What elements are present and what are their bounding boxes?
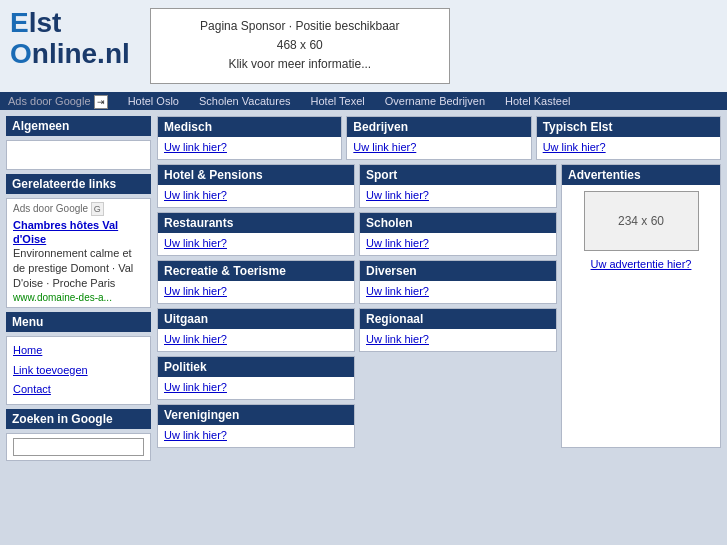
sponsor-line3: Klik voor meer informatie... bbox=[171, 55, 429, 74]
cat-restaurants: Restaurants Uw link hier? bbox=[157, 212, 355, 256]
sponsor-line2: 468 x 60 bbox=[171, 36, 429, 55]
cat-politiek: Politiek Uw link hier? bbox=[157, 356, 355, 400]
logo: Elst Online.nl bbox=[10, 8, 130, 70]
logo-nline: nline.nl bbox=[32, 38, 130, 69]
cat-medisch-title: Medisch bbox=[158, 117, 341, 137]
cat-uitgaan-title: Uitgaan bbox=[158, 309, 354, 329]
sidebar: Algemeen Gerelateerde links Ads door Goo… bbox=[6, 116, 151, 462]
cat-sport-title: Sport bbox=[360, 165, 556, 185]
cat-recreatie-title: Recreatie & Toerisme bbox=[158, 261, 354, 281]
row6: Politiek Uw link hier? bbox=[157, 356, 557, 400]
google-icon: G bbox=[91, 202, 104, 216]
cat-regionaal-title: Regionaal bbox=[360, 309, 556, 329]
cat-scholen: Scholen Uw link hier? bbox=[359, 212, 557, 256]
cat-hotel: Hotel & Pensions Uw link hier? bbox=[157, 164, 355, 208]
search-input[interactable] bbox=[13, 438, 144, 456]
ad-link-desc: Environnement calme et de prestige Domon… bbox=[13, 246, 144, 292]
cat-diversen: Diversen Uw link hier? bbox=[359, 260, 557, 304]
menu-link-toevoegen[interactable]: Link toevoegen bbox=[13, 361, 144, 381]
row4: Recreatie & Toerisme Uw link hier? Diver… bbox=[157, 260, 557, 304]
ad-link[interactable]: Uw advertentie hier? bbox=[591, 258, 692, 270]
cat-diversen-title: Diversen bbox=[360, 261, 556, 281]
search-title: Zoeken in Google bbox=[6, 409, 151, 429]
adbar-link-texel[interactable]: Hotel Texel bbox=[311, 95, 365, 107]
menu-contact[interactable]: Contact bbox=[13, 380, 144, 400]
content: Medisch Uw link hier? Bedrijven Uw link … bbox=[157, 116, 721, 462]
row7: Verenigingen Uw link hier? bbox=[157, 404, 557, 448]
cat-uitgaan-link[interactable]: Uw link hier? bbox=[164, 333, 227, 345]
ad-link-url: www.domaine-des-a... bbox=[13, 292, 144, 303]
header: Elst Online.nl Pagina Sponsor · Positie … bbox=[0, 0, 727, 92]
row5: Uitgaan Uw link hier? Regionaal Uw link … bbox=[157, 308, 557, 352]
cat-restaurants-link[interactable]: Uw link hier? bbox=[164, 237, 227, 249]
cat-typisch: Typisch Elst Uw link hier? bbox=[536, 116, 721, 160]
left-content: Hotel & Pensions Uw link hier? Sport Uw … bbox=[157, 164, 557, 448]
row2: Hotel & Pensions Uw link hier? Sport Uw … bbox=[157, 164, 557, 208]
ad-banner-text: 234 x 60 bbox=[618, 214, 664, 228]
adbar-link-kasteel[interactable]: Hotel Kasteel bbox=[505, 95, 570, 107]
cat-politiek-title: Politiek bbox=[158, 357, 354, 377]
adbar-link-overname[interactable]: Overname Bedrijven bbox=[385, 95, 485, 107]
row1: Medisch Uw link hier? Bedrijven Uw link … bbox=[157, 116, 721, 160]
cat-verenigingen: Verenigingen Uw link hier? bbox=[157, 404, 355, 448]
cat-medisch: Medisch Uw link hier? bbox=[157, 116, 342, 160]
related-links-box: Ads door Google G Chambres hôtes Val d'O… bbox=[6, 198, 151, 308]
cat-bedrijven-link[interactable]: Uw link hier? bbox=[353, 141, 416, 153]
cat-sport: Sport Uw link hier? bbox=[359, 164, 557, 208]
row3: Restaurants Uw link hier? Scholen Uw lin… bbox=[157, 212, 557, 256]
cat-verenigingen-link[interactable]: Uw link hier? bbox=[164, 429, 227, 441]
algemeen-box bbox=[6, 140, 151, 170]
sponsor-line1: Pagina Sponsor · Positie beschikbaar bbox=[171, 17, 429, 36]
advertenties-panel: Advertenties 234 x 60 Uw advertentie hie… bbox=[561, 164, 721, 448]
cat-typisch-link[interactable]: Uw link hier? bbox=[543, 141, 606, 153]
cat-uitgaan: Uitgaan Uw link hier? bbox=[157, 308, 355, 352]
logo-o: O bbox=[10, 38, 32, 69]
cat-bedrijven-title: Bedrijven bbox=[347, 117, 530, 137]
adbar-link-oslo[interactable]: Hotel Oslo bbox=[128, 95, 179, 107]
advertenties-title: Advertenties bbox=[562, 165, 720, 185]
cat-regionaal: Regionaal Uw link hier? bbox=[359, 308, 557, 352]
cat-sport-link[interactable]: Uw link hier? bbox=[366, 189, 429, 201]
ad-banner[interactable]: 234 x 60 bbox=[584, 191, 699, 251]
adbar: Ads door Google ⇥ Hotel Oslo Scholen Vac… bbox=[0, 92, 727, 110]
cat-diversen-link[interactable]: Uw link hier? bbox=[366, 285, 429, 297]
ad-link-title[interactable]: Chambres hôtes Val d'Oise bbox=[13, 219, 118, 245]
cat-scholen-link[interactable]: Uw link hier? bbox=[366, 237, 429, 249]
cat-bedrijven: Bedrijven Uw link hier? bbox=[346, 116, 531, 160]
cat-restaurants-title: Restaurants bbox=[158, 213, 354, 233]
menu-title: Menu bbox=[6, 312, 151, 332]
logo-lst: lst bbox=[29, 7, 62, 38]
ads-google-sidebar: Ads door Google G bbox=[13, 203, 144, 214]
logo-e: E bbox=[10, 7, 29, 38]
cat-hotel-link[interactable]: Uw link hier? bbox=[164, 189, 227, 201]
sponsor-box[interactable]: Pagina Sponsor · Positie beschikbaar 468… bbox=[150, 8, 450, 84]
row2-wrapper: Hotel & Pensions Uw link hier? Sport Uw … bbox=[157, 164, 721, 448]
cat-recreatie: Recreatie & Toerisme Uw link hier? bbox=[157, 260, 355, 304]
related-title: Gerelateerde links bbox=[6, 174, 151, 194]
cat-recreatie-link[interactable]: Uw link hier? bbox=[164, 285, 227, 297]
cat-typisch-title: Typisch Elst bbox=[537, 117, 720, 137]
menu-home[interactable]: Home bbox=[13, 341, 144, 361]
cat-verenigingen-title: Verenigingen bbox=[158, 405, 354, 425]
adbar-link-scholen[interactable]: Scholen Vacatures bbox=[199, 95, 291, 107]
search-input-box bbox=[6, 433, 151, 461]
cat-medisch-link[interactable]: Uw link hier? bbox=[164, 141, 227, 153]
cat-hotel-title: Hotel & Pensions bbox=[158, 165, 354, 185]
cat-politiek-link[interactable]: Uw link hier? bbox=[164, 381, 227, 393]
ads-google-label: Ads door Google ⇥ bbox=[8, 95, 108, 107]
algemeen-title: Algemeen bbox=[6, 116, 151, 136]
main: Algemeen Gerelateerde links Ads door Goo… bbox=[0, 110, 727, 468]
cat-scholen-title: Scholen bbox=[360, 213, 556, 233]
menu-box: Home Link toevoegen Contact bbox=[6, 336, 151, 405]
cat-regionaal-link[interactable]: Uw link hier? bbox=[366, 333, 429, 345]
